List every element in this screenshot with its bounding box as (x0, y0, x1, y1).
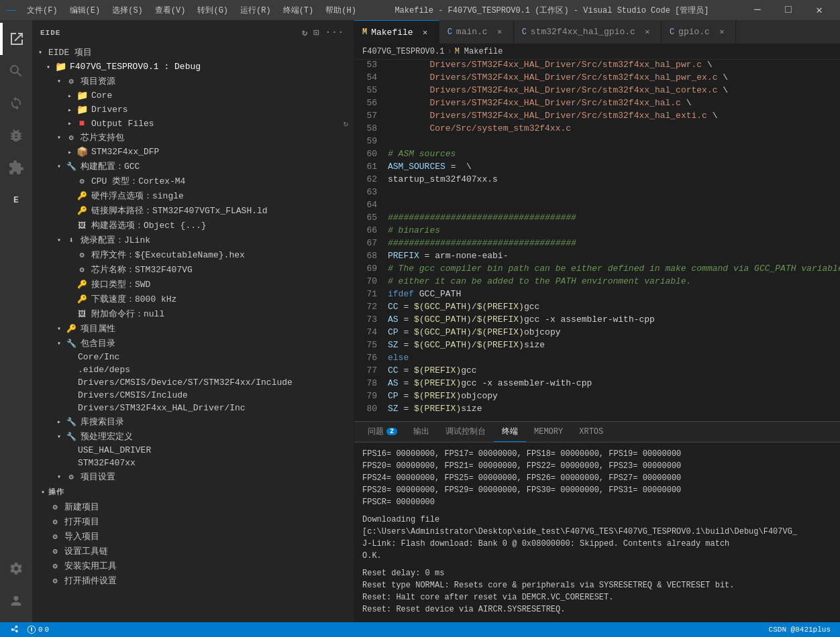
activity-search[interactable] (0, 55, 32, 87)
menu-select[interactable]: 选择(S) (107, 3, 148, 17)
more-icon[interactable]: ··· (324, 25, 346, 40)
terminal-tab-terminal[interactable]: 终端 (494, 422, 526, 442)
sidebar-item-project-props[interactable]: ▾ 🔑 项目属性 (32, 321, 354, 336)
line-content-60: # ASM sources (388, 149, 840, 162)
minimize-button[interactable]: ─ (742, 0, 773, 20)
menu-goto[interactable]: 转到(G) (192, 3, 233, 17)
terminal-tab-problems[interactable]: 问题 2 (360, 422, 405, 442)
terminal-tab-output[interactable]: 输出 (405, 422, 437, 442)
activity-debug[interactable] (0, 119, 32, 152)
activity-settings[interactable] (0, 553, 32, 585)
line-content-73: AS = $(GCC_PATH)/$(PREFIX)gcc -x assembl… (388, 314, 840, 327)
layout-icon[interactable]: ⊡ (312, 25, 321, 40)
breadcrumb-file-icon: M (455, 47, 460, 56)
sidebar-item-download-speed[interactable]: 🔑 下载速度：8000 kHz (32, 292, 354, 306)
sidebar-item-output-files[interactable]: ▸ ■ Output Files ↻ (32, 117, 354, 130)
menu-view[interactable]: 查看(V) (150, 3, 191, 17)
sidebar-item-build-config[interactable]: ▾ 🔧 构建配置：GCC (32, 159, 354, 174)
chevron-down-icon: ▾ (54, 77, 64, 85)
statusbar-branch[interactable] (5, 625, 23, 634)
tab-close-stm32-gpio[interactable]: ✕ (642, 27, 653, 38)
menu-help[interactable]: 帮助(H) (320, 3, 362, 17)
statusbar-errors[interactable]: 0 0 (23, 625, 53, 634)
sidebar-item-import-project[interactable]: ⚙ 导入项目 (32, 529, 354, 544)
line-content-70: # either it can be added to the PATH env… (388, 276, 840, 289)
maximize-button[interactable]: □ (773, 0, 804, 20)
terminal-tab-debug-console[interactable]: 调试控制台 (437, 422, 494, 442)
breadcrumb-root[interactable]: F407VG_TESPROV0.1 (362, 47, 444, 56)
sidebar-item-builder-option[interactable]: 🖼 构建器选项：Object {...} (32, 218, 354, 233)
line-number-72: 72 (354, 302, 388, 314)
activity-eide[interactable]: E (0, 184, 32, 216)
code-content[interactable]: 53 Drivers/STM32F4xx_HAL_Driver/Src/stm3… (354, 60, 840, 421)
sidebar-item-inc-core[interactable]: Core/Inc (32, 351, 354, 363)
sidebar-item-core[interactable]: ▸ 📁 Core (32, 89, 354, 103)
sidebar-item-drivers[interactable]: ▸ 📁 Drivers (32, 103, 354, 117)
sidebar-item-inc-cmsis-device[interactable]: Drivers/CMSIS/Device/ST/STM32F4xx/Includ… (32, 376, 354, 389)
tab-main-c[interactable]: C main.c ✕ (439, 20, 514, 44)
menu-edit[interactable]: 编辑(E) (64, 3, 106, 17)
sidebar-item-macro-hal[interactable]: USE_HAL_DRIVER (32, 444, 354, 457)
sidebar-item-interface-type[interactable]: 🔑 接口类型：SWD (32, 277, 354, 292)
menu-run[interactable]: 运行(R) (235, 3, 276, 17)
sidebar-header: EIDE ↻ ⊡ ··· (32, 20, 354, 45)
sidebar-item-chip-name[interactable]: ⚙ 芯片名称：STM32F407VG (32, 262, 354, 277)
sidebar-item-new-project[interactable]: ⚙ 新建项目 (32, 500, 354, 514)
code-line-65: 65 #################################### (354, 213, 840, 225)
sidebar-item-lib-search[interactable]: ▸ 🔧 库搜索目录 (32, 414, 354, 429)
code-line-78: 78 AS = $(PREFIX)gcc -x assembler-with-c… (354, 378, 840, 391)
eide-project-label: EIDE 项目 (46, 46, 92, 58)
tab-makefile[interactable]: M Makefile ✕ (354, 20, 439, 44)
sidebar-item-open-project[interactable]: ⚙ 打开项目 (32, 514, 354, 529)
activity-account[interactable] (0, 585, 32, 617)
sidebar-item-float-option[interactable]: 🔑 硬件浮点选项：single (32, 188, 354, 203)
sidebar-item-install-tools[interactable]: ⚙ 安装实用工具 (32, 559, 354, 573)
chevron-right-icon: ▸ (64, 106, 75, 114)
sidebar-item-macros[interactable]: ▾ 🔧 预处理宏定义 (32, 429, 354, 444)
sidebar-item-inc-hal[interactable]: Drivers/STM32F4xx_HAL_Driver/Inc (32, 402, 354, 414)
sidebar-item-cpu-type[interactable]: ⚙ CPU 类型：Cortex-M4 (32, 174, 354, 188)
sidebar-item-inc-eide[interactable]: .eide/deps (32, 363, 354, 376)
menu-terminal[interactable]: 终端(T) (278, 3, 319, 17)
sidebar-item-plugin-settings[interactable]: ⚙ 打开插件设置 (32, 573, 354, 588)
sidebar-item-project-settings[interactable]: ▾ ⚙ 项目设置 (32, 469, 354, 484)
line-content-79: CP = $(PREFIX)objcopy (388, 391, 840, 404)
sidebar-item-set-toolchain[interactable]: ⚙ 设置工具链 (32, 544, 354, 559)
sidebar-item-macro-stm[interactable]: STM32F407xx (32, 457, 354, 469)
sidebar-item-project-resources[interactable]: ▾ ⚙ 项目资源 (32, 74, 354, 89)
line-content-69: # The gcc compiler bin path can be eithe… (388, 264, 840, 276)
gear-icon: ⚙ (64, 133, 78, 143)
refresh-icon[interactable]: ↻ (301, 25, 309, 40)
sidebar-item-chip-support[interactable]: ▾ ⚙ 芯片支持包 (32, 130, 354, 145)
terminal-tab-xrtos[interactable]: XRTOS (571, 423, 611, 441)
sidebar-item-linker-script[interactable]: 🔑 链接脚本路径：STM32F407VGTx_FLASH.ld (32, 203, 354, 218)
sidebar-item-eide-project[interactable]: ▾ EIDE 项目 (32, 45, 354, 60)
sidebar-item-include-dirs[interactable]: ▾ 🔧 包含目录 (32, 336, 354, 351)
tab-stm32-gpio[interactable]: C stm32f4xx_hal_gpio.c ✕ (514, 20, 662, 44)
tab-close-gpio-c[interactable]: ✕ (717, 27, 727, 38)
menu-file[interactable]: 文件(F) (21, 3, 63, 17)
close-button[interactable]: ✕ (804, 0, 835, 20)
line-content-65: #################################### (388, 213, 840, 225)
chevron-down-icon: ▾ (54, 133, 64, 141)
operations-section[interactable]: ▾ 操作 (32, 484, 354, 500)
tab-close-makefile[interactable]: ✕ (420, 27, 431, 38)
sidebar-item-f407vg[interactable]: ▾ 📁 F407VG_TESPROV0.1 : Debug (32, 60, 354, 74)
sidebar-item-flash-config[interactable]: ▾ ⬇ 烧录配置：JLink (32, 233, 354, 247)
sidebar-item-program-file[interactable]: ⚙ 程序文件：${ExecutableName}.hex (32, 247, 354, 262)
sidebar-item-stm32f4xx-dfp[interactable]: ▸ 📦 STM32F4xx_DFP (32, 145, 354, 159)
code-line-79: 79 CP = $(PREFIX)objcopy (354, 391, 840, 404)
terminal-content[interactable]: FPS16= 00000000, FPS17= 00000000, FPS18=… (354, 443, 840, 622)
activity-explorer[interactable] (0, 23, 32, 55)
breadcrumb-file[interactable]: Makefile (464, 47, 503, 56)
activity-extensions[interactable] (0, 152, 32, 184)
tab-gpio-c[interactable]: C gpio.c ✕ (662, 20, 736, 44)
tab-close-main-c[interactable]: ✕ (494, 27, 505, 38)
terminal-tab-memory[interactable]: MEMORY (526, 423, 571, 441)
sidebar-item-inc-cmsis[interactable]: Drivers/CMSIS/Include (32, 389, 354, 402)
sidebar-item-extra-cmd[interactable]: 🖼 附加命令行：null (32, 306, 354, 321)
activity-bottom (0, 553, 32, 622)
activity-source-control[interactable] (0, 87, 32, 119)
line-number-74: 74 (354, 327, 388, 340)
code-line-76: 76 else (354, 353, 840, 365)
